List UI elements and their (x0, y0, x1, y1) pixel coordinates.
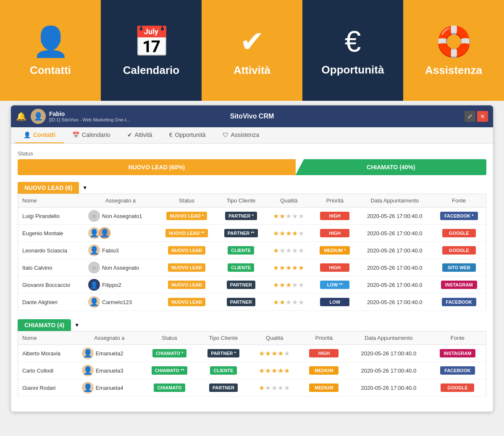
cell-tipo: PARTNER * (198, 345, 249, 362)
cell-priorita: HIGH (312, 207, 358, 225)
nuovo-lead-collapse[interactable]: ▼ (82, 185, 87, 191)
crm-nav: 👤 Contatti 📅 Calendario ✔ Attività € Opp… (11, 127, 493, 144)
cell-tipo: CLIENTE (198, 362, 249, 379)
cell-tipo: CLIENTE (216, 242, 265, 259)
table-row[interactable]: Leonardo Sciascia 👤Fabio3 NUOVO LEAD CLI… (18, 242, 486, 259)
opportunita-icon: € (169, 131, 173, 138)
avatar-empty: ○ (88, 210, 100, 222)
cell-qualita: ★★★★★ (249, 345, 300, 362)
cell-tipo: PARTNER (216, 294, 265, 311)
cell-qualita: ★★★★★ (265, 225, 312, 242)
tab-attivita[interactable]: ✔ Attività (119, 127, 161, 143)
cell-qualita: ★★★★★ (265, 276, 312, 294)
opportunita-label: Opportunità (322, 63, 384, 76)
tab-opportunita-label: Opportunità (175, 131, 205, 138)
cell-priorita: HIGH (300, 345, 348, 362)
status-chiamato[interactable]: CHIAMATO (40%) (296, 159, 486, 175)
chiamato-collapse[interactable]: ▼ (74, 322, 79, 328)
avatar-person: 👤 (82, 365, 94, 376)
maximize-button[interactable]: ⤢ (465, 111, 475, 122)
cell-tipo: PARTNER (198, 379, 249, 397)
cell-priorita: LOW ** (312, 276, 358, 294)
cell-assegnato: 👤👤 (84, 225, 157, 242)
cell-priorita: LOW (312, 294, 358, 311)
banner-item-assistenza[interactable]: 🛟 Assistenza (403, 0, 504, 101)
table-row[interactable]: Gianni Rodari 👤Emanuela4 CHIAMATO PARTNE… (18, 379, 486, 397)
cell-nome: Leonardo Sciascia (18, 242, 84, 259)
banner-item-calendario[interactable]: 📅 Calendario (101, 0, 202, 101)
attivita-icon: ✔ (127, 131, 132, 138)
assistenza-icon: 🛟 (436, 24, 472, 59)
cell-qualita: ★★★★★ (249, 362, 300, 379)
cell-qualita: ★★★★★ (265, 259, 312, 276)
contatti-label: Contatti (30, 64, 71, 77)
cell-status: NUOVO LEAD (157, 276, 217, 294)
col-nome-c: Nome (18, 331, 78, 345)
cell-status: NUOVO LEAD (157, 242, 217, 259)
cell-data: 2020-05-26 17:00:40.0 (348, 379, 429, 397)
cell-nome: Carlo Collodi (18, 362, 78, 379)
top-banner: 👤 Contatti 📅 Calendario ✔ Attività € Opp… (0, 0, 504, 101)
table-row[interactable]: Luigi Pirandello ○Non Assegnato1 NUOVO L… (18, 207, 486, 225)
calendario-icon: 📅 (72, 131, 79, 138)
avatar-pair1: 👤 (88, 227, 100, 239)
tab-calendario[interactable]: 📅 Calendario (64, 127, 119, 143)
chiamato-title-row: CHIAMATO (4) ▼ (18, 319, 486, 331)
cell-status: NUOVO LEAD ** (157, 225, 217, 242)
nuovo-lead-title-row: NUOVO LEAD (6) ▼ (18, 182, 486, 194)
cell-status: NUOVO LEAD (157, 294, 217, 311)
cell-priorita: MEDIUM * (312, 242, 358, 259)
col-qualita-c: Qualità (249, 331, 300, 345)
tab-calendario-label: Calendario (82, 131, 110, 138)
col-priorita-c: Priorità (300, 331, 348, 345)
status-label: Status (18, 150, 486, 157)
assistenza-label: Assistenza (425, 64, 482, 77)
tab-assistenza[interactable]: 🛡 Assistenza (214, 127, 268, 143)
cell-status: CHIAMATO ** (141, 362, 198, 379)
avatar-dark: 👤 (88, 279, 100, 291)
chiamato-section: CHIAMATO (4) ▼ Nome Assegnato a Status T… (18, 319, 486, 397)
calendario-icon: 📅 (133, 24, 170, 59)
window-controls: ⤢ ✕ (465, 111, 488, 122)
cell-qualita: ★★★★★ (249, 379, 300, 397)
table-row[interactable]: Alberto Moravia 👤Emanuela2 CHIAMATO * PA… (18, 345, 486, 362)
col-priorita: Priorità (312, 194, 358, 207)
avatar-person: 👤 (82, 382, 94, 394)
nuovo-lead-table: Nome Assegnato a Status Tipo Cliente Qua… (18, 194, 486, 311)
crm-window: 🔔 👤 Fabio [ID:1] SitoVivo - Web Marketin… (10, 105, 494, 412)
cell-priorita: MEDIUM (300, 362, 348, 379)
tab-contatti[interactable]: 👤 Contatti (15, 127, 64, 143)
cell-qualita: ★★★★★ (265, 207, 312, 225)
assistenza-icon: 🛡 (223, 131, 228, 138)
banner-item-contatti[interactable]: 👤 Contatti (0, 0, 101, 101)
status-nuovo-lead[interactable]: NUOVO LEAD (60%) (18, 159, 296, 175)
close-button[interactable]: ✕ (477, 111, 488, 122)
cell-status: NUOVO LEAD * (157, 207, 217, 225)
avatar-empty: ○ (88, 262, 100, 273)
banner-item-opportunita[interactable]: € Opportunità (302, 0, 403, 101)
table-row[interactable]: Italo Calvino ○Non Assegnato NUOVO LEAD … (18, 259, 486, 276)
opportunita-icon: € (345, 25, 361, 58)
col-assegnato-c: Assegnato a (78, 331, 141, 345)
cell-tipo: CLIENTE (216, 259, 265, 276)
tab-opportunita[interactable]: € Opportunità (161, 127, 214, 143)
cell-fonte: FACEBOOK (429, 362, 486, 379)
table-row[interactable]: Giovanni Boccaccio 👤Filippo2 NUOVO LEAD … (18, 276, 486, 294)
crm-header: 🔔 👤 Fabio [ID:1] SitoVivo - Web Marketin… (11, 105, 493, 127)
cell-nome: Alberto Moravia (18, 345, 78, 362)
status-bar: NUOVO LEAD (60%) CHIAMATO (40%) (18, 159, 486, 175)
user-subtitle: [ID:1] SitoVivo - Web Marketing One-t... (49, 117, 130, 122)
status-section: Status NUOVO LEAD (60%) CHIAMATO (40%) (18, 150, 486, 175)
avatar-person: 👤 (88, 244, 100, 256)
table-row[interactable]: Eugenio Montale 👤👤 NUOVO LEAD ** PARTNER… (18, 225, 486, 242)
table-row[interactable]: Carlo Collodi 👤Emanuela3 CHIAMATO ** CLI… (18, 362, 486, 379)
cell-nome: Italo Calvino (18, 259, 84, 276)
cell-data: 2020-05-26 17:00:40.0 (348, 345, 429, 362)
chiamato-thead-row: Nome Assegnato a Status Tipo Cliente Qua… (18, 331, 486, 345)
crm-content: Status NUOVO LEAD (60%) CHIAMATO (40%) N… (11, 144, 493, 412)
table-row[interactable]: Dante Alighieri 👤Carmelo123 NUOVO LEAD P… (18, 294, 486, 311)
avatar: 👤 (31, 109, 46, 124)
bell-icon[interactable]: 🔔 (16, 111, 26, 121)
banner-item-attivita[interactable]: ✔ Attività (202, 0, 302, 101)
cell-nome: Gianni Rodari (18, 379, 78, 397)
